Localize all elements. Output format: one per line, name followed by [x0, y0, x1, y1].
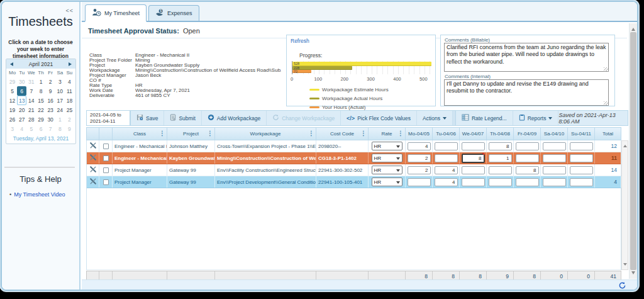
calendar-day[interactable]: 5 — [8, 86, 17, 96]
hour-input[interactable] — [462, 166, 485, 174]
scroll-up-icon[interactable] — [631, 26, 635, 31]
column-menu-icon[interactable]: ⋮ — [159, 130, 165, 137]
calendar-day[interactable]: 24 — [55, 105, 65, 115]
main-scrollbar[interactable] — [629, 23, 637, 279]
comments-billable-input[interactable]: Clarified RFI concerns from the team at … — [444, 43, 609, 72]
calendar-day[interactable]: 30 — [46, 115, 55, 124]
calendar-day[interactable]: 23 — [46, 105, 55, 115]
change-workpackage-button[interactable]: Change Workpackage — [267, 111, 341, 125]
hour-input[interactable] — [489, 178, 512, 186]
hour-input[interactable] — [489, 166, 512, 174]
calendar-day[interactable]: 3 — [8, 124, 17, 133]
tab-expenses[interactable]: $ Expenses — [148, 5, 199, 21]
calendar-day[interactable]: 8 — [55, 124, 65, 133]
hour-input[interactable] — [570, 142, 593, 150]
calendar-day[interactable]: 26 — [8, 115, 17, 124]
calendar-day[interactable]: 29 — [36, 115, 45, 124]
calendar-day[interactable]: 7 — [26, 86, 36, 96]
rate-select[interactable]: HR — [372, 178, 402, 186]
resize-handle-icon[interactable] — [604, 101, 608, 106]
row-checkbox[interactable] — [103, 167, 109, 173]
calendar-day[interactable]: 7 — [46, 124, 55, 133]
hour-input[interactable] — [543, 142, 566, 150]
calendar-day[interactable]: 28 — [26, 115, 36, 124]
calendar-day[interactable]: 29 — [8, 77, 17, 86]
hour-input[interactable] — [435, 166, 458, 174]
hour-input[interactable] — [435, 154, 458, 162]
calendar-day[interactable]: 31 — [26, 77, 36, 86]
hour-input[interactable] — [570, 166, 593, 174]
calendar-day[interactable]: 19 — [8, 105, 17, 115]
rate-legend-button[interactable]: Rate Legend... — [456, 111, 513, 125]
calendar-day[interactable]: 15 — [36, 96, 45, 105]
calendar-day[interactable]: 2 — [46, 77, 55, 86]
pick-flex-code-values-button[interactable]: </> Pick Flex Code Values — [341, 111, 417, 125]
actions-button[interactable]: Actions — [417, 111, 453, 125]
crossed-tools-icon[interactable] — [89, 142, 97, 150]
row-checkbox[interactable] — [103, 155, 109, 161]
crossed-tools-icon[interactable] — [89, 166, 97, 174]
collapse-sidebar-icon[interactable]: << — [65, 8, 74, 14]
hour-input[interactable] — [543, 154, 566, 162]
scroll-up-icon[interactable] — [623, 143, 627, 147]
calendar-day[interactable]: 21 — [26, 105, 36, 115]
column-menu-icon[interactable]: ⋮ — [207, 130, 213, 137]
resize-handle-icon[interactable] — [604, 67, 608, 72]
hour-input[interactable] — [435, 178, 458, 186]
rate-select[interactable]: HR — [372, 166, 402, 174]
hour-input[interactable] — [462, 178, 485, 186]
hour-input[interactable] — [543, 178, 566, 186]
rate-select[interactable]: HR — [372, 142, 402, 150]
calendar-day[interactable]: 2 — [65, 115, 74, 124]
hour-input[interactable] — [462, 142, 485, 150]
calendar-day[interactable]: 8 — [36, 86, 45, 96]
calendar-day[interactable]: 13 — [17, 96, 26, 105]
calendar-day[interactable]: 17 — [55, 96, 65, 105]
hour-input[interactable] — [408, 178, 431, 186]
scrollbar-thumb[interactable] — [630, 32, 636, 270]
crossed-tools-icon[interactable] — [89, 154, 97, 162]
column-menu-icon[interactable]: ⋮ — [308, 130, 314, 137]
hour-input[interactable] — [516, 154, 539, 162]
hour-input[interactable] — [435, 142, 458, 150]
row-checkbox[interactable] — [103, 179, 109, 185]
row-checkbox[interactable] — [103, 144, 109, 149]
hour-input[interactable] — [516, 142, 539, 150]
calendar-day[interactable]: 20 — [17, 105, 26, 115]
hour-input[interactable] — [489, 154, 512, 162]
tab-my-timesheet[interactable]: My Timesheet — [85, 4, 147, 22]
hour-input[interactable] — [489, 142, 512, 150]
my-timesheet-video-link[interactable]: My Timesheet Video — [14, 191, 65, 198]
scroll-down-icon[interactable] — [631, 271, 635, 276]
reports-button[interactable]: Reports — [513, 111, 559, 125]
calendar-day[interactable]: 6 — [36, 124, 45, 133]
scroll-down-icon[interactable] — [623, 263, 627, 268]
column-menu-icon[interactable]: ⋮ — [360, 130, 367, 137]
calendar-day[interactable]: 27 — [17, 115, 26, 124]
grid-scrollbar[interactable] — [621, 140, 628, 270]
hour-input[interactable] — [570, 154, 593, 162]
calendar-day[interactable]: 1 — [36, 77, 45, 86]
hour-input[interactable] — [570, 178, 593, 186]
calendar-day[interactable]: 10 — [55, 86, 65, 96]
column-menu-icon[interactable]: ⋮ — [397, 130, 404, 137]
refresh-icon[interactable] — [618, 281, 626, 291]
calendar-day[interactable]: 22 — [36, 105, 45, 115]
calendar-day[interactable]: 14 — [26, 96, 36, 105]
rate-select[interactable]: HR — [372, 154, 402, 162]
calendar-day[interactable]: 12 — [8, 96, 17, 105]
submit-button[interactable]: Submit — [164, 111, 201, 125]
hour-input[interactable] — [408, 154, 431, 162]
hour-input[interactable] — [408, 166, 431, 174]
calendar-day[interactable]: 18 — [65, 96, 74, 105]
calendar-day[interactable]: 11 — [65, 86, 74, 96]
calendar-day[interactable]: 16 — [46, 96, 55, 105]
calendar-day[interactable]: 30 — [17, 77, 26, 86]
calendar-day[interactable]: 6 — [17, 86, 26, 96]
calendar-day[interactable]: 3 — [55, 77, 65, 86]
refresh-link[interactable]: Refresh — [291, 38, 309, 44]
hour-input[interactable] — [408, 142, 431, 150]
hour-input[interactable] — [462, 154, 485, 163]
hour-input[interactable] — [543, 166, 566, 174]
hour-input[interactable] — [516, 178, 539, 186]
